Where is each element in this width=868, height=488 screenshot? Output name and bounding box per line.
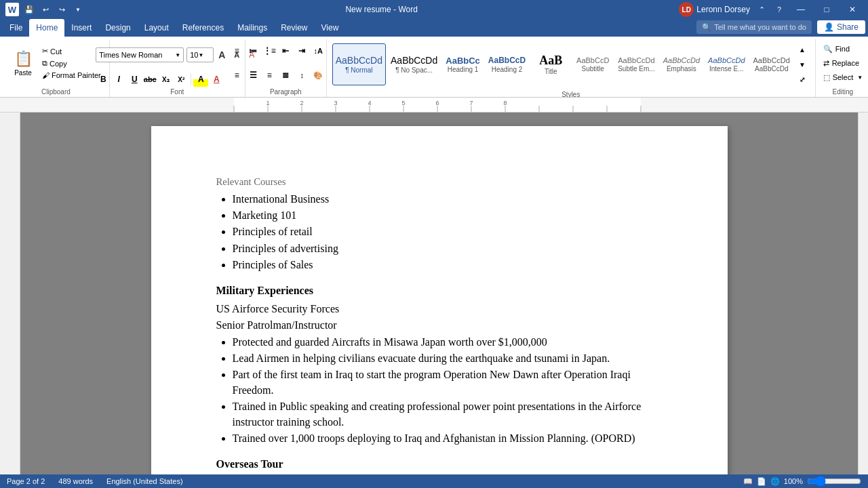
- menu-item-file[interactable]: File: [3, 19, 29, 37]
- select-button[interactable]: ⬚ Select ▼: [819, 71, 867, 84]
- font-dropdown-arrow: ▼: [175, 52, 180, 58]
- search-icon: 🔍: [702, 23, 711, 32]
- styles-scroll-down[interactable]: ▼: [795, 57, 810, 72]
- style-normal[interactable]: AaBbCcDd ¶ Normal: [332, 43, 386, 85]
- font-name-selector[interactable]: Times New Roman ▼: [96, 47, 184, 62]
- zoom-slider[interactable]: [807, 478, 861, 485]
- style-emphasis[interactable]: AaBbCcDd Emphasis: [660, 43, 703, 85]
- list-item: Principles of retail: [233, 224, 663, 239]
- justify-button[interactable]: ≣: [278, 68, 293, 83]
- menu-item-review[interactable]: Review: [274, 19, 314, 37]
- minimize-button[interactable]: —: [791, 0, 811, 19]
- menu-item-layout[interactable]: Layout: [138, 19, 176, 37]
- select-dropdown-arrow: ▼: [857, 75, 863, 81]
- read-mode-icon[interactable]: 📖: [743, 477, 753, 486]
- copy-button[interactable]: ⧉ Copy: [39, 58, 104, 69]
- print-layout-icon[interactable]: 📄: [757, 477, 766, 486]
- tell-me-search[interactable]: 🔍 Tell me what you want to do: [696, 20, 812, 34]
- decrease-indent-button[interactable]: ⇤: [278, 43, 293, 58]
- zoom-level: 100%: [784, 477, 803, 485]
- paste-icon: 📋: [14, 50, 33, 68]
- size-dropdown-arrow: ▼: [199, 52, 204, 58]
- multilevel-list-button[interactable]: ⋮≡: [262, 43, 277, 58]
- close-button[interactable]: ✕: [842, 0, 863, 19]
- bullets-button[interactable]: ≡: [229, 43, 244, 58]
- font-group-label: Font: [170, 87, 184, 97]
- share-button[interactable]: 👤 Share: [817, 20, 865, 34]
- styles-scroll-up[interactable]: ▲: [795, 42, 810, 57]
- paragraph-group-label: Paragraph: [270, 87, 302, 97]
- grow-font-button[interactable]: A: [215, 48, 229, 62]
- share-label: Share: [837, 22, 859, 32]
- paste-label: Paste: [14, 69, 32, 77]
- cut-icon: ✂: [42, 47, 48, 56]
- ruler: 1 2 3 4 5 6 7 8: [0, 98, 868, 113]
- maximize-button[interactable]: □: [816, 0, 837, 19]
- find-icon: 🔍: [823, 45, 833, 54]
- shading-button[interactable]: 🎨: [311, 68, 326, 83]
- align-left-button[interactable]: ≡: [229, 68, 244, 83]
- help-icon[interactable]: ?: [773, 3, 785, 16]
- military-heading: Military Experiences: [216, 283, 663, 298]
- list-item: Trained in Public speaking and creating …: [233, 399, 663, 430]
- list-item: Lead Airmen in helping civilians evacuat…: [233, 351, 663, 366]
- style-subtitle[interactable]: AaBbCcD Subtitle: [572, 43, 613, 85]
- sort-button[interactable]: ↕A: [311, 43, 326, 58]
- style-extra[interactable]: AaBbCcDd AaBbCcDd: [750, 43, 793, 85]
- relevant-courses-heading: Relevant Courses: [216, 175, 663, 189]
- save-icon[interactable]: 💾: [23, 3, 35, 16]
- svg-text:4: 4: [368, 100, 371, 106]
- numbering-button[interactable]: ≔: [245, 43, 260, 58]
- align-center-button[interactable]: ☰: [245, 68, 260, 83]
- format-painter-button[interactable]: 🖌 Format Painter: [39, 70, 104, 81]
- text-highlight-button[interactable]: A: [193, 72, 208, 87]
- menu-item-design[interactable]: Design: [98, 19, 137, 37]
- svg-text:2: 2: [300, 100, 303, 106]
- style-subtle-em[interactable]: AaBbCcDd Subtle Em...: [614, 43, 658, 85]
- user-name[interactable]: Leronn Dorsey: [696, 5, 750, 14]
- customize-qat-icon[interactable]: ▼: [72, 3, 84, 16]
- find-button[interactable]: 🔍 Find: [819, 43, 867, 56]
- ribbon: 📋 Paste ✂ Cut ⧉ Copy 🖌 Format Painter Cl…: [0, 37, 868, 98]
- menu-item-view[interactable]: View: [315, 19, 346, 37]
- web-layout-icon[interactable]: 🌐: [770, 477, 780, 486]
- style-no-spacing[interactable]: AaBbCcDd ¶ No Spac...: [387, 43, 441, 85]
- military-bullets: Protected and guarded Aircrafts in Misaw…: [233, 335, 663, 447]
- strikethrough-button[interactable]: abc: [142, 72, 157, 87]
- bold-button[interactable]: B: [96, 72, 111, 87]
- underline-button[interactable]: U: [127, 72, 142, 87]
- line-spacing-button[interactable]: ↕: [294, 68, 309, 83]
- document-content: Relevant Courses International Business …: [216, 175, 663, 474]
- menu-item-references[interactable]: References: [176, 19, 231, 37]
- undo-icon[interactable]: ↩: [39, 3, 52, 16]
- ribbon-collapse-icon[interactable]: ⌃: [755, 3, 768, 16]
- font-size-selector[interactable]: 10 ▼: [186, 47, 214, 62]
- word-app-icon[interactable]: W: [5, 3, 19, 16]
- style-heading2[interactable]: AaBbCcD Heading 2: [485, 43, 529, 85]
- subscript-button[interactable]: X₂: [158, 72, 173, 87]
- replace-button[interactable]: ⇄ Replace: [819, 57, 867, 70]
- language: English (United States): [106, 477, 183, 485]
- menu-item-home[interactable]: Home: [29, 19, 64, 37]
- document-page[interactable]: Relevant Courses International Business …: [151, 126, 728, 474]
- menu-item-insert[interactable]: Insert: [64, 19, 98, 37]
- redo-icon[interactable]: ↪: [56, 3, 68, 16]
- align-right-button[interactable]: ≡: [262, 68, 277, 83]
- list-item: Trained over 1,000 troops deploying to I…: [233, 431, 663, 446]
- superscript-button[interactable]: X²: [174, 72, 189, 87]
- military-title: Senior Patrolman/Instructor: [216, 318, 663, 333]
- style-title[interactable]: AaB Title: [530, 43, 571, 85]
- paste-button[interactable]: 📋 Paste: [8, 43, 38, 83]
- page-container[interactable]: Relevant Courses International Business …: [20, 113, 858, 474]
- style-intense-em[interactable]: AaBbCcDd Intense E...: [705, 43, 748, 85]
- cut-button[interactable]: ✂ Cut: [39, 45, 104, 57]
- italic-button[interactable]: I: [111, 72, 126, 87]
- styles-expand[interactable]: ⤢: [795, 72, 810, 87]
- increase-indent-button[interactable]: ⇥: [294, 43, 309, 58]
- clipboard-group: 📋 Paste ✂ Cut ⧉ Copy 🖌 Format Painter Cl…: [3, 39, 110, 97]
- style-heading1[interactable]: AaBbCc Heading 1: [442, 43, 484, 85]
- replace-icon: ⇄: [823, 59, 829, 68]
- menu-item-mailings[interactable]: Mailings: [231, 19, 274, 37]
- document-title: New resume - Word: [345, 5, 417, 14]
- text-color-button[interactable]: A: [209, 72, 224, 87]
